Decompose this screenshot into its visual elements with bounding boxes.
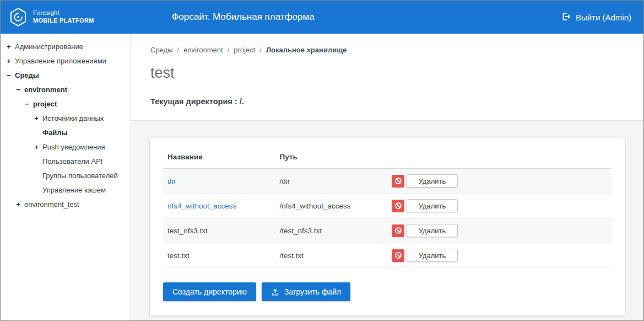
main-area: Среды/environment/project/Локальное хран…	[131, 34, 643, 320]
breadcrumb-link[interactable]: environment	[183, 46, 223, 54]
delete-button[interactable]: Удалить	[407, 199, 458, 212]
entry-actions-cell: Удалить	[387, 218, 611, 243]
sidebar-item-environment[interactable]: −environment	[1, 82, 131, 97]
logout-label: Выйти (Admin)	[576, 13, 631, 22]
no-entry-sign	[395, 202, 402, 209]
expand-plus-icon[interactable]: +	[5, 57, 13, 65]
no-entry-sign	[395, 227, 402, 234]
breadcrumb: Среды/environment/project/Локальное хран…	[150, 46, 624, 54]
storage-card: Название Путь dir/dirУдалитьnfs4_without…	[150, 138, 625, 315]
entry-actions-cell: Удалить	[387, 194, 611, 218]
top-bar: Foresight MOBILE PLATFORM Форсайт. Мобил…	[1, 1, 643, 34]
column-header-path: Путь	[275, 146, 388, 169]
upload-file-button[interactable]: Загрузить файл	[262, 282, 350, 301]
table-row: dir/dirУдалить	[163, 169, 611, 194]
logout-button[interactable]: Выйти (Admin)	[561, 12, 631, 23]
breadcrumb-link[interactable]: project	[234, 46, 255, 54]
page-title: test	[150, 65, 624, 82]
logo-text: Foresight MOBILE PLATFORM	[33, 9, 94, 25]
delete-group: Удалить	[392, 249, 458, 262]
entry-path: /test_nfs3.txt	[275, 218, 388, 243]
sidebar-item-label: Управление кэшем	[42, 186, 106, 194]
prohibit-icon[interactable]	[392, 200, 404, 212]
entry-name-cell: dir	[163, 169, 275, 194]
storage-table: Название Путь dir/dirУдалитьnfs4_without…	[163, 146, 611, 268]
delete-button[interactable]: Удалить	[407, 224, 458, 237]
collapse-minus-icon[interactable]: −	[23, 100, 31, 108]
create-directory-label: Создать директорию	[172, 287, 247, 296]
delete-button[interactable]: Удалить	[407, 174, 458, 188]
sidebar-item-label: project	[33, 100, 57, 108]
expand-plus-icon[interactable]: +	[33, 143, 40, 151]
sidebar-item-label: Push уведомления	[42, 143, 105, 151]
no-entry-sign	[395, 252, 402, 259]
header-row: Название Путь	[163, 146, 611, 169]
sidebar-item-label: environment	[24, 85, 67, 94]
table-row: nfs4_without_access/nfs4_without_accessУ…	[163, 194, 611, 218]
sidebar-item-управление-кэшем[interactable]: Управление кэшем	[1, 183, 131, 197]
expand-plus-icon[interactable]: +	[14, 201, 22, 208]
sidebar-item-файлы[interactable]: Файлы	[1, 125, 131, 140]
sidebar-item-label: environment_test	[24, 200, 79, 208]
entry-actions-cell: Удалить	[387, 169, 611, 194]
content-area: Название Путь dir/dirУдалитьnfs4_without…	[131, 121, 643, 320]
expand-plus-icon[interactable]: +	[33, 115, 40, 122]
breadcrumb-separator: /	[177, 46, 180, 54]
sidebar-tree: +Администрирование+Управление приложения…	[1, 34, 131, 320]
sidebar-item-пользователи-api[interactable]: Пользователи API	[1, 154, 131, 168]
entry-name-link[interactable]: dir	[167, 177, 176, 185]
collapse-minus-icon[interactable]: −	[14, 86, 22, 93]
entry-actions-cell: Удалить	[387, 243, 611, 268]
sidebar-item-label: Файлы	[42, 129, 68, 137]
prohibit-icon[interactable]	[392, 224, 404, 237]
sidebar-item-label: Пользователи API	[42, 157, 102, 165]
column-header-name: Название	[163, 146, 275, 169]
sidebar-item-источники-данных[interactable]: +Источники данных	[1, 111, 131, 125]
entry-name: test_nfs3.txt	[167, 227, 208, 235]
sidebar-item-среды[interactable]: −Среды	[1, 68, 131, 82]
sidebar-item-label: Управление приложениями	[15, 57, 106, 65]
breadcrumb-separator: /	[228, 46, 230, 54]
sidebar-item-push-уведомления[interactable]: +Push уведомления	[1, 140, 131, 154]
sidebar-item-label: Группы пользователей	[42, 172, 118, 180]
prohibit-icon[interactable]	[392, 249, 404, 262]
upload-file-label: Загрузить файл	[284, 287, 341, 296]
entry-name-cell: nfs4_without_access	[163, 194, 275, 218]
storage-table-body: dir/dirУдалитьnfs4_without_access/nfs4_w…	[163, 169, 611, 268]
breadcrumb-link[interactable]: Среды	[150, 46, 173, 54]
sidebar-item-label: Администрирование	[15, 42, 83, 51]
sidebar-item-project[interactable]: −project	[1, 97, 131, 111]
expand-plus-icon[interactable]: +	[5, 43, 13, 50]
sidebar-item-группы-пользователей[interactable]: Группы пользователей	[1, 168, 131, 183]
logo-title: Foresight	[33, 9, 94, 17]
entry-path: /nfs4_without_access	[275, 194, 388, 218]
sidebar-item-управление-приложениями[interactable]: +Управление приложениями	[1, 54, 131, 68]
delete-group: Удалить	[392, 174, 458, 188]
column-header-actions	[387, 146, 611, 169]
table-row: test.txt/test.txtУдалить	[163, 243, 611, 268]
sidebar-item-label: Источники данных	[42, 114, 104, 122]
upload-icon	[271, 288, 279, 296]
foresight-logo-icon	[8, 7, 28, 27]
breadcrumb-current: Локальное хранилище	[266, 46, 347, 54]
logout-icon	[561, 12, 571, 23]
current-directory-label: Текущая директория : /.	[150, 97, 624, 106]
collapse-minus-icon[interactable]: −	[5, 72, 13, 79]
entry-name-link[interactable]: nfs4_without_access	[167, 202, 236, 210]
sidebar-item-label: Среды	[15, 71, 39, 79]
sidebar-item-environment_test[interactable]: +environment_test	[1, 197, 131, 211]
main-layout: +Администрирование+Управление приложения…	[1, 34, 643, 320]
page-header: Среды/environment/project/Локальное хран…	[131, 34, 643, 121]
delete-button[interactable]: Удалить	[407, 249, 458, 262]
prohibit-icon[interactable]	[392, 175, 404, 188]
no-entry-sign	[395, 178, 402, 184]
entry-path: /test.txt	[275, 243, 388, 268]
entry-name: test.txt	[167, 252, 190, 260]
delete-group: Удалить	[392, 224, 458, 237]
sidebar-item-администрирование[interactable]: +Администрирование	[1, 39, 131, 54]
breadcrumb-separator: /	[259, 46, 262, 54]
app-title: Форсайт. Мобильная платформа	[171, 12, 314, 23]
storage-table-head: Название Путь	[163, 146, 611, 169]
create-directory-button[interactable]: Создать директорию	[163, 282, 256, 301]
delete-group: Удалить	[392, 199, 458, 212]
